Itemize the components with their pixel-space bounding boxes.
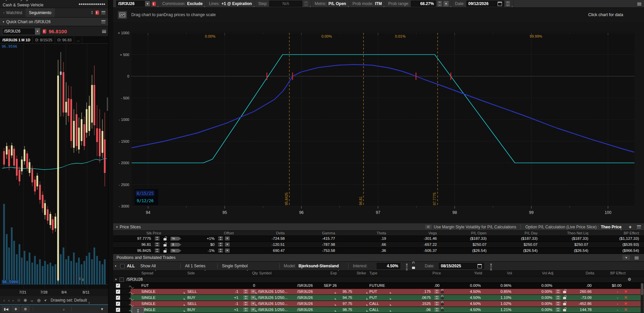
price-slice-row[interactable]: 96.81▲▼$$0▲▼▼-120.51-787.98.66-657.22$25… bbox=[113, 242, 644, 248]
add-slice-button[interactable]: + bbox=[629, 224, 632, 230]
collapse-icon[interactable]: ▾ bbox=[116, 225, 118, 229]
slice-offset-tag-icon[interactable]: % bbox=[171, 249, 181, 253]
sort-icon[interactable]: ▲▼ bbox=[91, 11, 93, 14]
quick-chart-menu-icon[interactable] bbox=[101, 20, 105, 23]
pan-left-icon[interactable]: ◂ bbox=[3, 299, 5, 302]
qty-cell[interactable]: +1 bbox=[218, 307, 238, 313]
qty-cell[interactable]: +1 bbox=[218, 295, 238, 301]
price-stepper[interactable]: ▲▼ bbox=[434, 302, 439, 306]
slice-lock-icon[interactable] bbox=[164, 250, 167, 253]
zoom-in-icon[interactable]: ⊕ bbox=[24, 298, 27, 303]
row-checkbox[interactable]: ✓ bbox=[116, 289, 120, 294]
price-lock-icon[interactable] bbox=[441, 291, 444, 293]
main-symbol-badge-icon[interactable] bbox=[152, 2, 156, 6]
position-row-buy[interactable]: ✓SINGLEBUY+1▲▼▼/SR3U26 1/250.../SR3U2694… bbox=[113, 295, 644, 301]
group-gear-icon[interactable]: ⚙ bbox=[628, 277, 631, 282]
quick-chart-header[interactable]: ▾ Quick Chart on /SR3U26 bbox=[0, 17, 108, 26]
collapse-all-icon[interactable]: ▼ bbox=[623, 255, 630, 260]
exp-cell[interactable]: SEP 26 bbox=[310, 283, 337, 288]
calendar-icon[interactable] bbox=[498, 2, 502, 6]
price-cell[interactable]: .1525 bbox=[401, 301, 431, 307]
side-cell[interactable]: SELL bbox=[187, 289, 197, 295]
all-checkbox[interactable] bbox=[120, 262, 125, 270]
qty-cell[interactable]: -1 bbox=[218, 301, 238, 307]
alert-badge-icon[interactable] bbox=[95, 10, 99, 15]
row-checkbox[interactable]: ✓ bbox=[116, 296, 120, 300]
price-cell[interactable]: .06 bbox=[401, 307, 431, 313]
symbol-cell[interactable]: /SR3U26 1/250... bbox=[258, 289, 287, 295]
row-checkbox[interactable]: ✓ bbox=[116, 283, 120, 288]
tab-watchlist[interactable]: › Watchlist bbox=[0, 8, 26, 17]
positions-calendar-icon[interactable] bbox=[477, 264, 482, 268]
metric-segment[interactable]: Metric: P/L Open bbox=[312, 0, 349, 7]
chart-style-icon[interactable] bbox=[118, 11, 127, 19]
positions-menu-icon[interactable] bbox=[635, 256, 639, 259]
vol-adj-cell[interactable]: 0.00% bbox=[522, 307, 552, 313]
position-row-sell[interactable]: ✓SINGLESELL-1▲▼▼/SR3U26 1/250.../SR3U269… bbox=[113, 289, 644, 295]
interest-input[interactable]: 4.50% bbox=[377, 263, 400, 269]
prob-range-dropdown-icon[interactable]: ▼ bbox=[444, 1, 449, 6]
price-slice-row[interactable]: 95.8425▲▼%-1%▲▼▼690.47-753.58.36-505.37(… bbox=[113, 248, 644, 254]
symbol-scope-dropdown[interactable]: Single Symbol bbox=[222, 262, 248, 270]
side-cell[interactable]: BUY bbox=[187, 295, 195, 301]
qty-stepper[interactable]: ▲▼ bbox=[243, 289, 248, 294]
price-cell[interactable]: .0675 bbox=[401, 295, 431, 301]
expand-horizontal-icon[interactable]: ↔ bbox=[30, 298, 34, 303]
slice-price-stepper[interactable]: ▲▼ bbox=[155, 236, 159, 240]
side-cell[interactable]: BUY bbox=[187, 307, 195, 313]
qty-cell[interactable]: 0 bbox=[235, 283, 255, 288]
type-cell[interactable]: CALL bbox=[369, 307, 379, 313]
slice-offset-dropdown-icon[interactable]: ▼ bbox=[225, 249, 230, 253]
type-cell[interactable]: CALL bbox=[369, 301, 379, 307]
chart-scrollbar[interactable] bbox=[107, 97, 108, 111]
slice-offset-dropdown-icon[interactable]: ▼ bbox=[225, 242, 230, 247]
main-symbol-input[interactable]: /SR3U26 ▼ bbox=[116, 1, 150, 7]
prob-range-input[interactable]: 68.27% bbox=[411, 1, 436, 7]
slice-offset-stepper[interactable]: ▲▼ bbox=[218, 236, 223, 240]
topbar-menu-icon[interactable] bbox=[637, 2, 641, 5]
spread-cell[interactable]: FUT bbox=[141, 283, 149, 288]
row-checkbox[interactable]: ✓ bbox=[116, 308, 120, 312]
add-icon[interactable]: ✚ bbox=[11, 306, 20, 312]
symbol-cell[interactable]: /SR3U26 1/250... bbox=[258, 301, 287, 307]
model-dropdown[interactable]: Bjerksund-Stensland bbox=[298, 262, 339, 270]
slice-offset-tag-icon[interactable]: % bbox=[171, 237, 181, 240]
remove-row-button[interactable]: ✕ bbox=[624, 289, 628, 295]
price-stepper[interactable]: ▲▼ bbox=[434, 308, 439, 312]
menu-icon[interactable] bbox=[101, 11, 105, 14]
vol-adj-cell[interactable]: 0.00% bbox=[522, 301, 552, 307]
slice-offset-tag-icon[interactable]: $ bbox=[171, 243, 181, 247]
type-cell[interactable]: FUTURE bbox=[369, 283, 385, 288]
jump-first-icon[interactable]: ▮◀ bbox=[2, 306, 10, 312]
prob-range-stepper[interactable]: +− bbox=[438, 1, 442, 6]
price-cell[interactable]: .175 bbox=[401, 289, 431, 295]
qty-dropdown-icon[interactable]: ▼ bbox=[251, 308, 256, 312]
price-lock-icon[interactable] bbox=[441, 297, 444, 299]
slice-offset-stepper[interactable]: ▲▼ bbox=[218, 242, 223, 247]
chart-more-label[interactable]: ... bbox=[74, 37, 82, 43]
slice-offset-stepper[interactable]: ▲▼ bbox=[218, 249, 223, 253]
gear-icon[interactable]: ⚙ bbox=[21, 306, 30, 312]
position-row-buy[interactable]: ✓SINGLEBUY+1▲▼▼/SR3U26 1/250.../SR3U2698… bbox=[113, 307, 644, 313]
vol-adj-stepper[interactable]: ▲▼ bbox=[556, 308, 560, 312]
strike-cell[interactable]: 94.75 bbox=[329, 295, 352, 301]
date-input[interactable]: 09/12/2026 bbox=[466, 1, 504, 7]
show-all-dropdown[interactable]: Show All bbox=[140, 262, 156, 270]
vol-adj-stepper[interactable]: ▲▼ bbox=[556, 289, 560, 294]
crosshair-icon[interactable]: ◎ bbox=[37, 298, 40, 303]
type-cell[interactable]: PUT bbox=[369, 289, 377, 295]
slice-offset-dropdown-icon[interactable]: ▼ bbox=[225, 236, 230, 240]
position-row-sell[interactable]: ✓SINGLESELL-1▲▼▼/SR3U26 1/250.../SR3U269… bbox=[113, 301, 644, 307]
side-cell[interactable]: SELL bbox=[187, 301, 197, 307]
scroll-up-icon[interactable]: ▲ bbox=[59, 306, 68, 312]
symbol-dropdown-icon[interactable]: ▼ bbox=[35, 28, 40, 35]
vol-adj-stepper[interactable]: ▲▼ bbox=[556, 296, 560, 300]
scroll-down-icon[interactable]: ▼ bbox=[98, 306, 106, 312]
drawing-set-dropdown[interactable]: Drawing set: Default bbox=[51, 298, 90, 303]
commission-segment[interactable]: Commission: Exclude bbox=[159, 0, 206, 7]
symbol-input[interactable]: /SR3U26 ▼ bbox=[2, 28, 40, 35]
strike-cell[interactable]: 97.75 bbox=[329, 301, 352, 307]
qty-dropdown-icon[interactable]: ▼ bbox=[251, 289, 256, 294]
spread-cell[interactable]: SINGLE bbox=[141, 289, 155, 295]
margin-vol-checkbox[interactable] bbox=[425, 225, 432, 229]
